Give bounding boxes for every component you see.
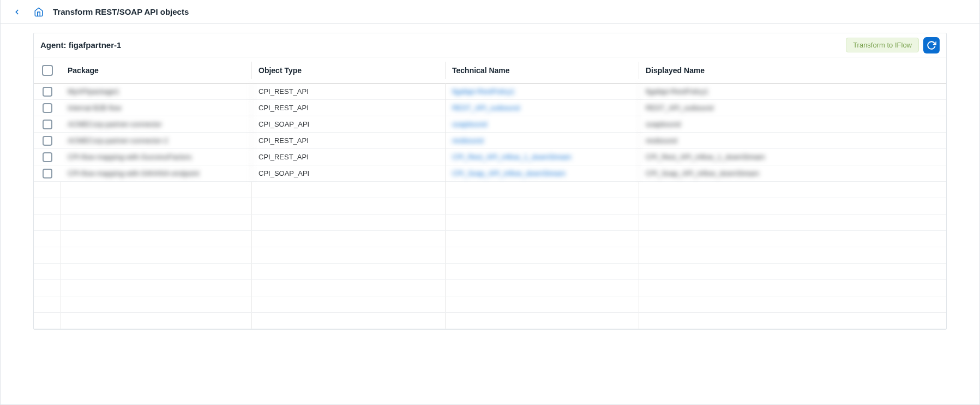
row-checkbox[interactable] (43, 120, 52, 129)
cell-technical-name[interactable]: restbound (446, 132, 639, 149)
cell-displayed-name: CPI_Rest_API_inflow_1_downStream (639, 148, 946, 165)
col-header-technical-name: Technical Name (446, 62, 639, 79)
page-title: Transform REST/SOAP API objects (53, 7, 189, 16)
table-row[interactable]: CPI-flow-mapping-with-S4HANA-endpointCPI… (34, 165, 946, 182)
col-header-package: Package (61, 62, 252, 79)
cell-package: CPI-flow-mapping-with-S4HANA-endpoint (61, 165, 252, 182)
cell-technical-name[interactable]: soapbound (446, 116, 639, 133)
table-row[interactable]: Internal B2B flowCPI_REST_APIREST_API_ou… (34, 100, 946, 116)
cell-displayed-name: soapbound (639, 116, 946, 133)
empty-row (34, 296, 946, 313)
panel: Agent: figafpartner-1 Transform to IFlow… (33, 33, 947, 330)
empty-row (34, 215, 946, 231)
col-header-object-type: Object Type (252, 62, 446, 79)
cell-technical-name[interactable]: CPI_Rest_API_inflow_1_downStream (446, 148, 639, 165)
header-actions: Transform to IFlow (846, 37, 940, 53)
cell-technical-name[interactable]: figafapi-RestPolicy1 (446, 83, 639, 100)
cell-package: ACMECorp-partner-connector-2 (61, 132, 252, 149)
cell-object-type: CPI_REST_API (252, 83, 446, 100)
cell-object-type: CPI_SOAP_API (252, 165, 446, 182)
table-row[interactable]: ACMECorp-partner-connectorCPI_SOAP_APIso… (34, 116, 946, 133)
agent-label: Agent: figafpartner-1 (40, 40, 121, 50)
select-all-checkbox[interactable] (42, 65, 53, 76)
row-checkbox[interactable] (43, 87, 52, 97)
table-body: MyAPIpackage1CPI_REST_APIfigafapi-RestPo… (34, 84, 946, 329)
empty-row (34, 280, 946, 296)
home-button[interactable] (31, 4, 46, 20)
row-checkbox[interactable] (43, 152, 52, 162)
empty-row (34, 264, 946, 280)
cell-technical-name[interactable]: REST_API_outbound (446, 99, 639, 116)
cell-displayed-name: figafapi-RestPolicy1 (639, 83, 946, 100)
cell-package: ACMECorp-partner-connector (61, 116, 252, 133)
chevron-left-icon (13, 8, 21, 16)
cell-object-type: CPI_SOAP_API (252, 116, 446, 133)
back-button[interactable] (9, 4, 25, 20)
panel-header: Agent: figafpartner-1 Transform to IFlow (34, 33, 946, 57)
cell-package: MyAPIpackage1 (61, 83, 252, 100)
cell-displayed-name: REST_API_outbound (639, 99, 946, 116)
cell-technical-name[interactable]: CPI_Soap_API_inflow_downStream (446, 165, 639, 182)
refresh-button[interactable] (923, 37, 940, 53)
transform-to-iflow-button[interactable]: Transform to IFlow (846, 38, 919, 52)
cell-object-type: CPI_REST_API (252, 99, 446, 116)
cell-displayed-name: CPI_Soap_API_inflow_downStream (639, 165, 946, 182)
refresh-icon (927, 40, 936, 50)
top-bar: Transform REST/SOAP API objects (1, 0, 979, 24)
table-row[interactable]: MyAPIpackage1CPI_REST_APIfigafapi-RestPo… (34, 84, 946, 100)
col-header-displayed-name: Displayed Name (639, 62, 946, 79)
empty-row (34, 182, 946, 198)
cell-object-type: CPI_REST_API (252, 148, 446, 165)
table-header-row: Package Object Type Technical Name Displ… (34, 57, 946, 84)
row-checkbox[interactable] (43, 169, 52, 178)
cell-package: CPI-flow-mapping-with-SuccessFactors (61, 148, 252, 165)
table-row[interactable]: CPI-flow-mapping-with-SuccessFactorsCPI_… (34, 149, 946, 165)
empty-row (34, 198, 946, 215)
empty-row (34, 313, 946, 329)
empty-row (34, 231, 946, 247)
app-container: Transform REST/SOAP API objects Agent: f… (0, 0, 980, 405)
table-row[interactable]: ACMECorp-partner-connector-2CPI_REST_API… (34, 133, 946, 149)
empty-row (34, 247, 946, 264)
cell-displayed-name: restbound (639, 132, 946, 149)
cell-package: Internal B2B flow (61, 99, 252, 116)
content-area: Agent: figafpartner-1 Transform to IFlow… (1, 24, 979, 338)
home-icon (34, 7, 44, 17)
row-checkbox[interactable] (43, 136, 52, 146)
cell-object-type: CPI_REST_API (252, 132, 446, 149)
row-checkbox[interactable] (43, 103, 52, 113)
